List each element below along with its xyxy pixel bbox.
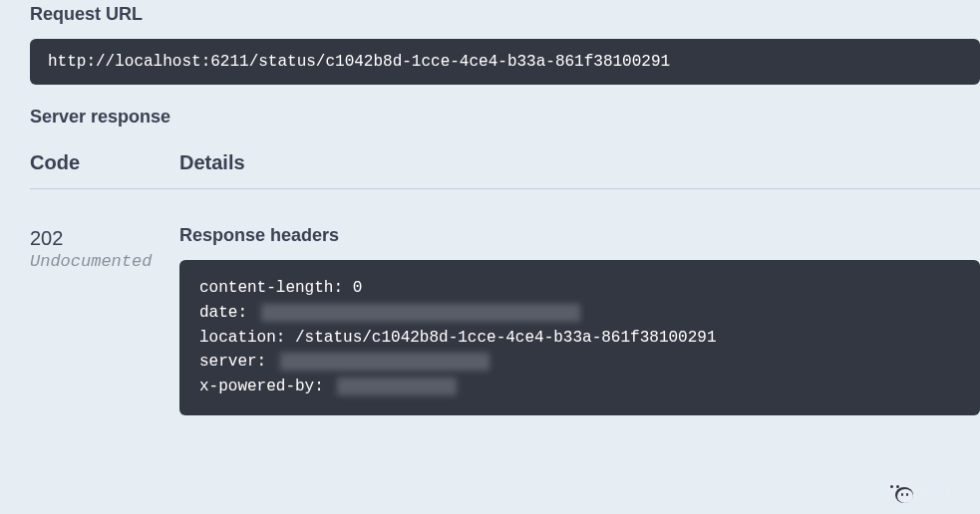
watermark: My IO xyxy=(885,480,964,504)
watermark-text: My IO xyxy=(919,482,964,502)
column-header-details: Details xyxy=(179,151,245,174)
redacted-value xyxy=(261,304,580,322)
header-content-length-value: 0 xyxy=(353,279,363,297)
header-location-value: /status/c1042b8d-1cce-4ce4-b33a-861f3810… xyxy=(295,329,716,347)
response-headers-block: content-length: 0 date: location: /statu… xyxy=(179,260,980,415)
column-header-code: Code xyxy=(30,151,179,174)
header-x-powered-by-key: x-powered-by xyxy=(199,378,314,395)
details-cell: Response headers content-length: 0 date:… xyxy=(179,225,980,415)
request-url-heading: Request URL xyxy=(30,4,980,25)
response-table-header: Code Details xyxy=(30,151,980,189)
header-server-key: server xyxy=(199,353,257,371)
header-content-length-key: content-length xyxy=(199,279,333,297)
header-location-key: location xyxy=(199,329,276,347)
response-status: Undocumented xyxy=(30,251,179,273)
server-response-heading: Server response xyxy=(30,107,980,128)
response-headers-heading: Response headers xyxy=(179,225,980,246)
request-url-value: http://localhost:6211/status/c1042b8d-1c… xyxy=(30,39,980,85)
table-row: 202 Undocumented Response headers conten… xyxy=(30,189,980,415)
redacted-value xyxy=(337,378,457,395)
response-table: Code Details 202 Undocumented Response h… xyxy=(30,151,980,415)
header-date-key: date xyxy=(199,304,237,322)
code-cell: 202 Undocumented xyxy=(30,225,179,273)
response-code: 202 xyxy=(30,225,179,251)
wechat-icon xyxy=(885,480,913,504)
redacted-value xyxy=(280,353,490,371)
